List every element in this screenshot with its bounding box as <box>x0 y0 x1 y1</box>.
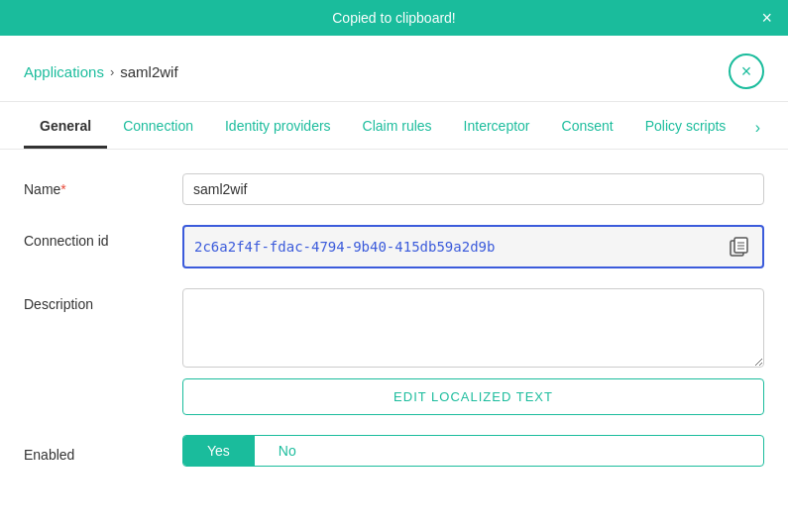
tab-claim-rules[interactable]: Claim rules <box>347 106 448 149</box>
toast-close-button[interactable]: × <box>761 9 772 27</box>
tabs-chevron-right[interactable]: › <box>751 111 764 145</box>
main-container: Applications › saml2wif × General Connec… <box>0 38 788 532</box>
enabled-yes-button[interactable]: Yes <box>183 436 255 466</box>
description-field-wrap: EDIT LOCALIZED TEXT <box>182 288 764 415</box>
copy-icon <box>729 236 750 258</box>
enabled-row: Enabled Yes No <box>24 435 764 467</box>
description-row: Description EDIT LOCALIZED TEXT <box>24 288 764 415</box>
tab-policy-scripts[interactable]: Policy scripts <box>629 106 742 149</box>
connection-id-display: 2c6a2f4f-fdac-4794-9b40-415db59a2d9b <box>182 225 764 268</box>
connection-id-field-wrap: 2c6a2f4f-fdac-4794-9b40-415db59a2d9b <box>182 225 764 268</box>
name-label: Name* <box>24 173 182 197</box>
tab-general[interactable]: General <box>24 106 107 149</box>
header: Applications › saml2wif × <box>0 38 788 102</box>
enabled-toggle-wrap: Yes No <box>182 435 764 467</box>
name-row: Name* <box>24 173 764 205</box>
breadcrumb-applications-link[interactable]: Applications <box>24 63 104 80</box>
copy-connection-id-button[interactable] <box>727 234 752 260</box>
tab-consent[interactable]: Consent <box>546 106 629 149</box>
toast-notification: Copied to clipboard! × <box>0 0 788 36</box>
breadcrumb: Applications › saml2wif <box>24 63 178 80</box>
connection-id-value: 2c6a2f4f-fdac-4794-9b40-415db59a2d9b <box>194 239 727 255</box>
tab-identity-providers[interactable]: Identity providers <box>209 106 347 149</box>
name-field-wrap <box>182 173 764 205</box>
breadcrumb-separator: › <box>110 64 114 79</box>
connection-id-label: Connection id <box>24 225 182 249</box>
tab-interceptor[interactable]: Interceptor <box>448 106 546 149</box>
enabled-no-button[interactable]: No <box>255 436 320 466</box>
name-input[interactable] <box>182 173 764 205</box>
enabled-label: Enabled <box>24 439 182 463</box>
enabled-toggle-group: Yes No <box>182 435 764 467</box>
tab-connection[interactable]: Connection <box>107 106 209 149</box>
dialog-close-button[interactable]: × <box>729 53 764 89</box>
toast-message: Copied to clipboard! <box>332 10 456 26</box>
description-label: Description <box>24 288 182 312</box>
form-body: Name* Connection id 2c6a2f4f-fdac-4794-9… <box>0 150 788 510</box>
connection-id-row: Connection id 2c6a2f4f-fdac-4794-9b40-41… <box>24 225 764 268</box>
description-textarea[interactable] <box>182 288 764 368</box>
name-required-marker: * <box>60 181 65 197</box>
breadcrumb-current: saml2wif <box>120 63 177 80</box>
edit-localized-text-button[interactable]: EDIT LOCALIZED TEXT <box>182 378 764 415</box>
tabs-bar: General Connection Identity providers Cl… <box>0 106 788 150</box>
